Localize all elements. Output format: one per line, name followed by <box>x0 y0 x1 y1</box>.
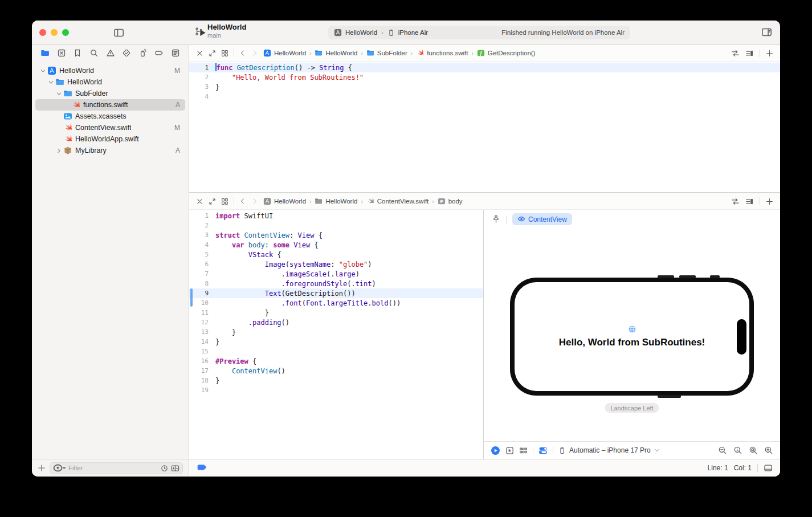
back-button[interactable] <box>239 50 246 56</box>
breadcrumb-segment[interactable]: functions.swift <box>416 49 468 57</box>
forward-button[interactable] <box>251 50 258 56</box>
editor-layout-button[interactable] <box>221 198 228 205</box>
editor-layout-button[interactable] <box>221 50 228 57</box>
disclosure-open-icon[interactable] <box>39 68 47 74</box>
code-review-button[interactable] <box>731 197 740 206</box>
variants-mode-button[interactable] <box>519 446 528 455</box>
zoom-in-button[interactable] <box>764 446 773 455</box>
add-editor-button[interactable] <box>766 198 773 205</box>
close-editor-button[interactable] <box>196 198 203 205</box>
editor-layout-button[interactable] <box>221 198 228 205</box>
back-button[interactable] <box>239 50 246 56</box>
zoom-out-button[interactable] <box>718 446 727 455</box>
zoom-out-button[interactable] <box>718 446 727 455</box>
source-code-contentview-swift[interactable]: 1import SwiftUI23struct ContentView: Vie… <box>189 210 483 459</box>
breadcrumb-segment[interactable]: fGetDescription() <box>477 49 536 57</box>
pin-preview-icon[interactable] <box>492 215 500 223</box>
minimize-window-button[interactable] <box>51 29 58 36</box>
recent-files-icon[interactable] <box>161 465 168 472</box>
live-preview-button[interactable] <box>491 446 500 455</box>
close-editor-button[interactable] <box>196 198 203 205</box>
back-button[interactable] <box>239 198 246 205</box>
zoom-to-fit-button[interactable] <box>749 446 758 455</box>
focus-editor-button[interactable] <box>209 198 216 205</box>
filter-options-icon[interactable] <box>53 462 66 474</box>
zoom-actual-size-button[interactable]: 1 <box>733 446 742 455</box>
selectable-mode-button[interactable] <box>505 446 514 455</box>
source-control-filter-icon[interactable] <box>171 464 179 473</box>
navigator-tab-issues[interactable] <box>105 47 116 59</box>
forward-button[interactable] <box>251 198 258 205</box>
navigator-tab-project[interactable] <box>39 47 51 59</box>
breadcrumb-segment[interactable]: HelloWorld <box>315 197 357 205</box>
recent-files-icon[interactable] <box>161 465 168 472</box>
breadcrumb-segment[interactable]: ContentView.swift <box>366 197 429 205</box>
source-control-filter-icon[interactable] <box>171 464 179 473</box>
close-window-button[interactable] <box>39 29 46 36</box>
navigator-tab-tests[interactable] <box>121 47 132 59</box>
editor-options-button[interactable] <box>745 197 754 206</box>
file-row-contentview-swift[interactable]: ContentView.swiftM <box>35 122 185 133</box>
close-editor-button[interactable] <box>196 50 203 57</box>
toggle-debug-area-button[interactable] <box>764 463 773 473</box>
toggle-navigator-button[interactable] <box>112 27 125 38</box>
breadcrumb-segment[interactable]: HelloWorld <box>263 49 306 57</box>
add-editor-button[interactable] <box>766 50 773 57</box>
breadcrumb-segment[interactable]: SubFolder <box>366 49 407 57</box>
navigator-tab-source-control[interactable] <box>56 47 67 59</box>
file-row-subfolder[interactable]: SubFolder <box>35 88 185 99</box>
code-review-button[interactable] <box>731 49 740 58</box>
editor-options-button[interactable] <box>745 197 754 206</box>
file-row-assets-xcassets[interactable]: Assets.xcassets <box>35 111 185 122</box>
add-editor-button[interactable] <box>766 198 773 205</box>
zoom-window-button[interactable] <box>62 29 69 36</box>
disclosure-closed-icon[interactable] <box>55 148 63 153</box>
focus-editor-button[interactable] <box>209 198 216 205</box>
add-item-button[interactable] <box>38 464 46 472</box>
close-editor-button[interactable] <box>196 50 203 57</box>
navigator-tab-reports[interactable] <box>170 47 181 59</box>
back-button[interactable] <box>239 198 246 205</box>
toggle-debug-area-button[interactable] <box>764 463 773 473</box>
selectable-mode-button[interactable] <box>505 446 514 455</box>
device-settings-button[interactable] <box>538 446 548 455</box>
navigator-tab-debug[interactable] <box>137 47 149 59</box>
file-row-helloworld[interactable]: HelloWorldM <box>35 65 185 76</box>
disclosure-open-icon[interactable] <box>47 80 55 85</box>
navigator-tab-bookmarks[interactable] <box>72 47 83 59</box>
file-row-helloworld[interactable]: HelloWorld <box>35 76 185 88</box>
source-code-functions-swift[interactable]: 1func GetDescription() -> String {2 "Hel… <box>189 62 780 192</box>
breadcrumb-segment[interactable]: HelloWorld <box>263 197 306 205</box>
forward-button[interactable] <box>251 50 258 56</box>
device-settings-button[interactable] <box>538 446 548 455</box>
toggle-inspector-button[interactable] <box>761 27 772 38</box>
breadcrumb-segment[interactable]: HelloWorld <box>315 49 357 57</box>
variants-mode-button[interactable] <box>519 446 528 455</box>
editor-layout-button[interactable] <box>221 50 228 57</box>
code-review-button[interactable] <box>731 197 740 206</box>
scheme-destination-pill[interactable]: HelloWorld › iPhone Air Finished running… <box>328 26 630 39</box>
focus-editor-button[interactable] <box>209 50 216 57</box>
breakpoints-toggle-button[interactable] <box>197 463 207 473</box>
live-preview-button[interactable] <box>491 446 500 455</box>
add-editor-button[interactable] <box>766 50 773 57</box>
breakpoints-toggle-button[interactable] <box>197 463 207 473</box>
disclosure-open-icon[interactable] <box>55 91 63 96</box>
file-row-functions-swift[interactable]: functions.swiftA <box>35 99 185 111</box>
add-item-button[interactable] <box>38 464 46 472</box>
focus-editor-button[interactable] <box>209 50 216 57</box>
filter-field[interactable]: Filter <box>50 462 183 474</box>
preview-device-selector[interactable]: Automatic – iPhone 17 Pro <box>558 446 660 454</box>
navigator-tab-find[interactable] <box>88 47 100 59</box>
zoom-in-button[interactable] <box>764 446 773 455</box>
pin-preview-icon[interactable] <box>492 215 500 223</box>
zoom-actual-size-button[interactable]: 1 <box>733 446 742 455</box>
scheme-selector[interactable]: HelloWorld › iPhone Air <box>334 29 428 36</box>
editor-options-button[interactable] <box>745 49 754 58</box>
zoom-to-fit-button[interactable] <box>749 446 758 455</box>
preview-viewport[interactable]: Hello, World from SubRoutines! Landscape… <box>484 229 780 441</box>
forward-button[interactable] <box>251 198 258 205</box>
code-review-button[interactable] <box>731 49 740 58</box>
file-row-helloworldapp-swift[interactable]: HelloWorldApp.swift <box>35 133 185 145</box>
preview-tab-contentview[interactable]: ContentView <box>512 213 572 225</box>
